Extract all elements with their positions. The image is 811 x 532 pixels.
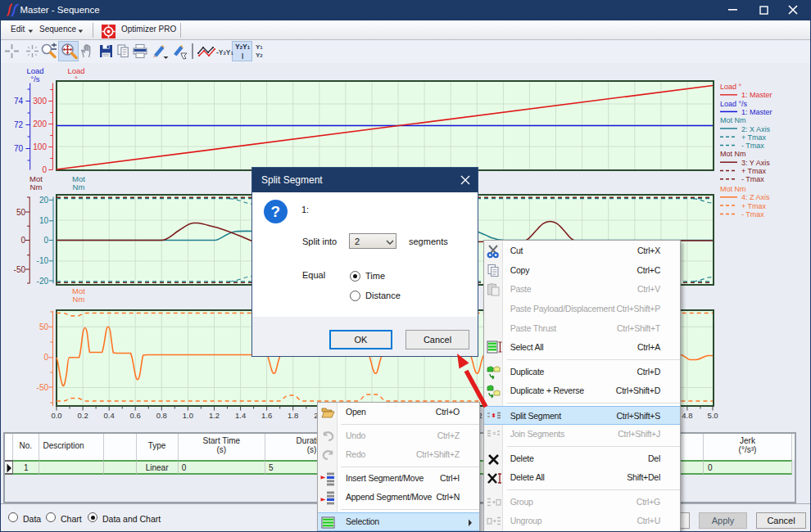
- svg-text:+ Tmax: + Tmax: [741, 167, 767, 175]
- svg-text:Load °: Load °: [720, 83, 742, 91]
- svg-text:Nm: Nm: [73, 295, 85, 304]
- svg-text:5.0: 5.0: [707, 411, 718, 420]
- svg-text:1: Master: 1: Master: [741, 91, 772, 99]
- svg-text:- Tmax: - Tmax: [741, 142, 764, 150]
- svg-text:2: X Axis: 2: X Axis: [741, 125, 771, 133]
- svg-text:300: 300: [33, 97, 47, 106]
- svg-text:°/s: °/s: [30, 74, 39, 83]
- svg-text:50: 50: [16, 208, 26, 217]
- svg-text:- Tmax: - Tmax: [741, 210, 764, 219]
- svg-text:0.6: 0.6: [130, 411, 141, 420]
- svg-text:+ Tmax: + Tmax: [741, 202, 767, 210]
- svg-text:72: 72: [14, 120, 24, 129]
- svg-text:Load °/s: Load °/s: [720, 100, 748, 108]
- svg-text:20: 20: [39, 196, 49, 205]
- svg-text:Mot Nm: Mot Nm: [720, 150, 746, 158]
- svg-text:0.2: 0.2: [77, 411, 88, 420]
- svg-text:70: 70: [14, 144, 24, 153]
- svg-text:Mot Nm: Mot Nm: [720, 116, 746, 124]
- svg-text:-50: -50: [14, 265, 26, 274]
- svg-text:1.8: 1.8: [288, 411, 298, 420]
- svg-text:4.8: 4.8: [682, 411, 692, 420]
- svg-text:4: Z Axis: 4: Z Axis: [741, 193, 770, 201]
- svg-text:+ Tmax: + Tmax: [741, 133, 767, 142]
- svg-text:200: 200: [33, 119, 47, 128]
- svg-text:0: 0: [20, 236, 25, 245]
- svg-text:Nm: Nm: [73, 183, 85, 192]
- svg-text:0: 0: [43, 353, 48, 362]
- svg-text:-50: -50: [37, 383, 49, 392]
- svg-text:0.0: 0.0: [51, 411, 61, 420]
- svg-text:0: 0: [42, 165, 47, 174]
- svg-text:-10: -10: [37, 256, 49, 265]
- svg-text:100: 100: [33, 142, 47, 151]
- svg-text:0: 0: [43, 236, 48, 245]
- svg-text:1.2: 1.2: [209, 411, 220, 420]
- svg-text:Mot Nm: Mot Nm: [720, 185, 746, 193]
- svg-text:10: 10: [39, 216, 49, 225]
- svg-text:50: 50: [39, 322, 49, 331]
- svg-text:74: 74: [14, 97, 24, 106]
- svg-text:3: Y Axis: 3: Y Axis: [741, 159, 770, 167]
- svg-text:1.4: 1.4: [235, 411, 246, 420]
- svg-text:1.0: 1.0: [183, 411, 193, 420]
- svg-text:0.8: 0.8: [156, 411, 167, 420]
- svg-text:0.4: 0.4: [104, 411, 115, 420]
- svg-text:1.6: 1.6: [261, 411, 272, 420]
- svg-text:-20: -20: [37, 277, 49, 286]
- svg-text:- Tmax: - Tmax: [741, 175, 764, 183]
- svg-text:1: Master: 1: Master: [741, 108, 772, 116]
- svg-text:Nm: Nm: [30, 183, 43, 192]
